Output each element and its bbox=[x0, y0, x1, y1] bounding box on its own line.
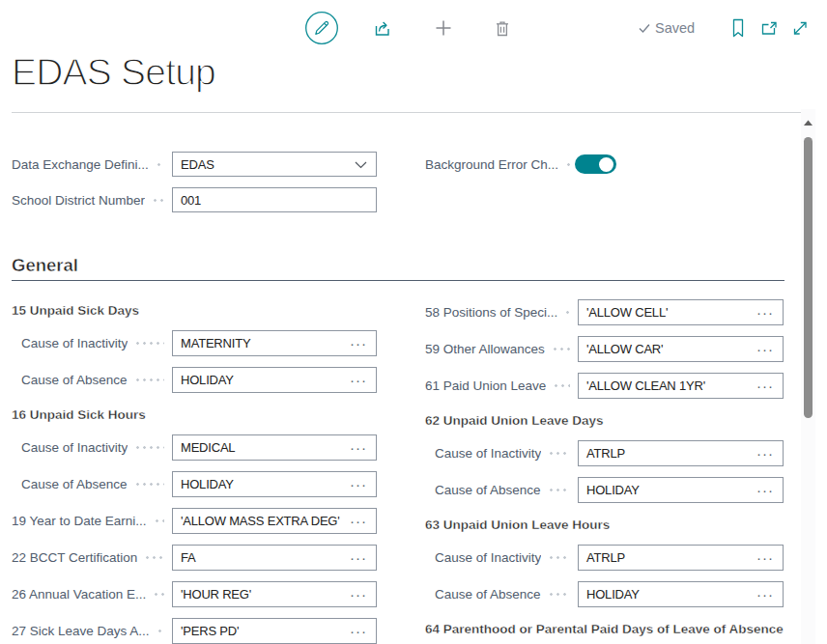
ellipsis-button[interactable] bbox=[350, 477, 367, 491]
section-general-title[interactable]: General bbox=[12, 255, 78, 276]
dot-leader bbox=[548, 477, 570, 503]
group-header: 15 Unpaid Sick Days bbox=[0, 304, 378, 317]
page-title: EDAS Setup bbox=[12, 53, 215, 92]
bookmark-button[interactable] bbox=[730, 18, 746, 42]
field-row: Cause of Inactivity ATRLP bbox=[414, 545, 784, 571]
field-school-district: School District Number 001 bbox=[0, 187, 378, 212]
field-row: Cause of Absence HOLIDAY bbox=[414, 581, 784, 607]
ellipsis-button[interactable] bbox=[756, 587, 774, 602]
saved-label: Saved bbox=[655, 20, 695, 36]
ellipsis-button[interactable] bbox=[350, 514, 367, 528]
ellipsis-button[interactable] bbox=[350, 624, 367, 638]
ellipsis-button[interactable] bbox=[350, 587, 367, 602]
ellipsis-button[interactable] bbox=[756, 342, 774, 356]
share-icon bbox=[372, 17, 393, 39]
field-row: Cause of Inactivity MATERNITY bbox=[0, 330, 378, 356]
field-row: 27 Sick Leave Days A... 'PERS PD' bbox=[0, 618, 378, 644]
field-row: Cause of Absence HOLIDAY bbox=[0, 471, 378, 497]
field-input[interactable]: 'ALLOW MASS EXTRA DEG' bbox=[172, 508, 377, 534]
general-left-column: 15 Unpaid Sick Days Cause of Inactivity … bbox=[0, 289, 378, 644]
field-label: Background Error Ch... bbox=[425, 152, 575, 177]
ellipsis-button[interactable] bbox=[756, 305, 774, 320]
field-input[interactable]: ATRLP bbox=[578, 440, 784, 466]
top-fields-left: Data Exchange Defini... EDAS School Dist… bbox=[0, 152, 378, 223]
dot-leader bbox=[552, 336, 570, 362]
title-divider bbox=[12, 112, 815, 113]
field-input[interactable]: MATERNITY bbox=[172, 330, 377, 356]
ellipsis-button[interactable] bbox=[756, 446, 774, 461]
ellipsis-button[interactable] bbox=[350, 373, 367, 387]
chevron-down-icon[interactable] bbox=[355, 157, 367, 172]
field-data-exchange: Data Exchange Defini... EDAS bbox=[0, 152, 378, 177]
field-input[interactable]: HOLIDAY bbox=[172, 471, 377, 497]
plus-icon bbox=[433, 17, 454, 39]
ellipsis-button[interactable] bbox=[756, 378, 774, 393]
ellipsis-button[interactable] bbox=[350, 440, 367, 455]
dot-leader bbox=[156, 152, 164, 177]
new-button[interactable] bbox=[433, 17, 454, 42]
field-row: Cause of Inactivity ATRLP bbox=[414, 440, 784, 466]
field-row: 59 Other Allowances 'ALLOW CAR' bbox=[414, 336, 784, 362]
edit-button[interactable] bbox=[303, 10, 340, 50]
dot-leader bbox=[134, 471, 164, 497]
delete-button[interactable] bbox=[492, 17, 513, 42]
dot-leader bbox=[548, 545, 570, 571]
group-header: 64 Parenthood or Parental Paid Days of L… bbox=[414, 623, 784, 635]
field-input[interactable]: 'PERS PD' bbox=[172, 618, 377, 644]
trash-icon bbox=[492, 17, 513, 39]
expand-button[interactable] bbox=[790, 18, 810, 42]
dot-leader bbox=[144, 545, 164, 571]
field-label: School District Number bbox=[12, 187, 172, 212]
field-label: Data Exchange Defini... bbox=[12, 152, 172, 177]
field-input[interactable]: 'HOUR REG' bbox=[172, 581, 377, 607]
share-button[interactable] bbox=[372, 17, 393, 42]
field-background-error-check: Background Error Ch... bbox=[414, 152, 784, 177]
field-input[interactable]: 'ALLOW CELL' bbox=[578, 299, 784, 325]
dot-leader bbox=[565, 152, 571, 177]
field-input[interactable]: HOLIDAY bbox=[578, 477, 784, 503]
group-header: 62 Unpaid Union Leave Days bbox=[414, 414, 784, 427]
data-exchange-select[interactable]: EDAS bbox=[172, 152, 377, 177]
field-row: 58 Positions of Speci... 'ALLOW CELL' bbox=[414, 299, 784, 325]
field-input[interactable]: FA bbox=[172, 545, 377, 571]
group-header: 63 Unpaid Union Leave Hours bbox=[414, 518, 784, 531]
edit-circle bbox=[306, 13, 338, 44]
scrollbar-up-arrow[interactable] bbox=[804, 120, 813, 126]
dot-leader bbox=[134, 367, 164, 393]
group-header: 16 Unpaid Sick Hours bbox=[0, 408, 378, 421]
dot-leader bbox=[157, 618, 164, 644]
field-row: 19 Year to Date Earni... 'ALLOW MASS EXT… bbox=[0, 508, 378, 534]
ellipsis-button[interactable] bbox=[350, 336, 367, 350]
save-status: Saved bbox=[638, 20, 695, 36]
field-input[interactable]: 'ALLOW CAR' bbox=[578, 336, 784, 362]
dot-leader bbox=[548, 440, 570, 466]
open-in-window-icon bbox=[759, 18, 779, 38]
field-input[interactable]: MEDICAL bbox=[172, 434, 377, 461]
scrollbar-thumb[interactable] bbox=[804, 137, 813, 418]
background-error-toggle[interactable] bbox=[575, 154, 616, 174]
general-right-column: 58 Positions of Speci... 'ALLOW CELL' 59… bbox=[414, 299, 784, 644]
field-row: 26 Annual Vacation E... 'HOUR REG' bbox=[0, 581, 378, 607]
field-input[interactable]: ATRLP bbox=[578, 545, 784, 571]
scrollbar[interactable] bbox=[801, 109, 815, 644]
open-in-window-button[interactable] bbox=[759, 18, 779, 42]
field-input[interactable]: HOLIDAY bbox=[578, 581, 784, 607]
check-icon bbox=[638, 21, 651, 35]
dot-leader bbox=[553, 373, 570, 399]
ellipsis-button[interactable] bbox=[756, 550, 774, 565]
dot-leader bbox=[548, 581, 570, 607]
ellipsis-button[interactable] bbox=[350, 550, 367, 565]
edas-setup-page: Saved EDAS Setup Data Exchange Defini... bbox=[0, 0, 827, 644]
dot-leader bbox=[564, 299, 570, 325]
field-input[interactable]: 'ALLOW CLEAN 1YR' bbox=[578, 373, 784, 399]
top-fields-right: Background Error Ch... bbox=[414, 152, 784, 187]
dot-leader bbox=[154, 508, 164, 534]
pencil-icon bbox=[316, 21, 328, 34]
bookmark-icon bbox=[730, 18, 746, 39]
school-district-input[interactable]: 001 bbox=[172, 187, 377, 212]
ellipsis-button[interactable] bbox=[756, 483, 774, 497]
dot-leader bbox=[153, 581, 164, 607]
expand-icon bbox=[790, 18, 810, 38]
field-input[interactable]: HOLIDAY bbox=[172, 367, 377, 393]
toggle-knob bbox=[599, 157, 613, 172]
